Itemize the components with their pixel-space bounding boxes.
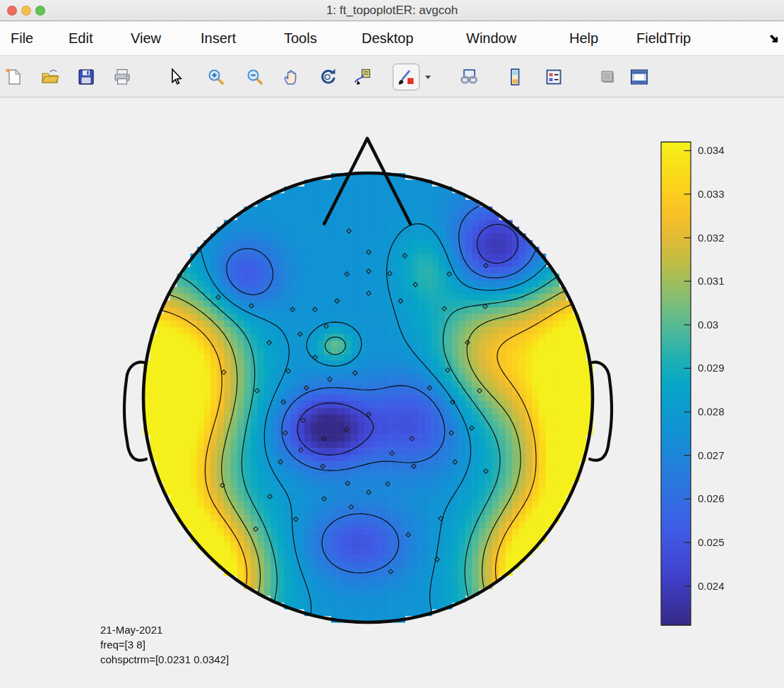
save-figure-button[interactable] xyxy=(75,66,97,88)
annotation-cohspctrm: cohspctrm=[0.0231 0.0342] xyxy=(100,652,229,667)
insert-legend-icon xyxy=(544,67,564,87)
zoom-out-button[interactable] xyxy=(244,66,266,88)
window-title: 1: ft_topoplotER: avgcoh xyxy=(0,4,784,18)
colorbar-tick-label: 0.031 xyxy=(698,275,725,287)
floppy-save-icon xyxy=(76,67,96,87)
open-file-button[interactable] xyxy=(39,66,61,88)
rotate-3d-icon xyxy=(318,67,338,87)
colorbar-tick-label: 0.029 xyxy=(698,362,725,374)
colorbar-tick-label: 0.024 xyxy=(698,580,725,592)
link-chain-icon xyxy=(458,67,480,87)
menu-item-tools[interactable]: Tools xyxy=(284,30,317,47)
colorbar-tick-label: 0.033 xyxy=(698,188,725,200)
pointer-cursor-icon xyxy=(165,67,185,87)
new-figure-button[interactable] xyxy=(2,66,25,88)
colorbar-tick-label: 0.025 xyxy=(698,536,725,548)
brush-dropdown-button[interactable] xyxy=(423,66,433,88)
pan-hand-icon xyxy=(281,67,301,87)
brush-icon xyxy=(396,67,416,87)
colorbar-tick-label: 0.034 xyxy=(698,144,725,156)
data-cursor-icon xyxy=(352,67,372,87)
menu-item-insert[interactable]: Insert xyxy=(201,30,236,47)
data-cursor-button[interactable] xyxy=(351,66,374,88)
insert-legend-button[interactable] xyxy=(542,66,565,88)
colorbar[interactable] xyxy=(661,142,691,625)
topoplot-axes[interactable] xyxy=(143,138,610,626)
colorbar-tick-label: 0.026 xyxy=(698,492,725,504)
colorbar-tick-label: 0.03 xyxy=(698,319,718,331)
menu-item-window[interactable]: Window xyxy=(466,30,516,47)
printer-icon xyxy=(112,67,132,87)
dock-figure-icon xyxy=(629,67,650,87)
disabled-tool-icon xyxy=(598,67,617,87)
zoom-in-button[interactable] xyxy=(205,66,227,88)
menu-item-fieldtrip[interactable]: FieldTrip xyxy=(636,30,691,47)
open-folder-icon xyxy=(40,67,60,87)
annotation-freq: freq=[3 8] xyxy=(100,637,229,652)
brush-data-button[interactable] xyxy=(393,64,420,90)
insert-colorbar-button[interactable] xyxy=(504,66,526,88)
matlab-figure-window: { "window": { "title": "1: ft_topoplotER… xyxy=(0,0,784,688)
colorbar-tick-label: 0.028 xyxy=(698,405,725,417)
rotate-3d-button[interactable] xyxy=(316,66,339,88)
annotation-date: 21-May-2021 xyxy=(100,622,229,637)
colorbar-tick-label: 0.027 xyxy=(698,449,725,461)
chevron-down-icon xyxy=(424,74,432,80)
menu-item-view[interactable]: View xyxy=(131,30,161,47)
dock-figure-arrow-icon[interactable] xyxy=(766,31,779,44)
hide-plot-tools-button xyxy=(596,66,619,88)
menu-item-edit[interactable]: Edit xyxy=(69,30,93,47)
edit-plot-button[interactable] xyxy=(164,66,186,88)
dock-figure-button[interactable] xyxy=(628,66,651,88)
link-plot-button[interactable] xyxy=(458,66,480,88)
zoom-in-icon xyxy=(206,67,226,87)
window-titlebar: 1: ft_topoplotER: avgcoh xyxy=(0,0,784,21)
plot-annotations: 21-May-2021 freq=[3 8] cohspctrm=[0.0231… xyxy=(100,622,229,667)
zoom-out-icon xyxy=(245,67,265,87)
colorbar-tick-label: 0.032 xyxy=(698,232,725,244)
menu-bar: File Edit View Insert Tools Desktop Wind… xyxy=(0,22,784,56)
menu-item-file[interactable]: File xyxy=(11,30,33,47)
new-document-icon xyxy=(4,67,23,87)
menu-item-desktop[interactable]: Desktop xyxy=(362,30,413,47)
pan-button[interactable] xyxy=(280,66,302,88)
figure-toolbar xyxy=(0,57,784,97)
menu-item-help[interactable]: Help xyxy=(569,30,598,47)
print-figure-button[interactable] xyxy=(111,66,133,88)
insert-colorbar-icon xyxy=(505,67,525,87)
